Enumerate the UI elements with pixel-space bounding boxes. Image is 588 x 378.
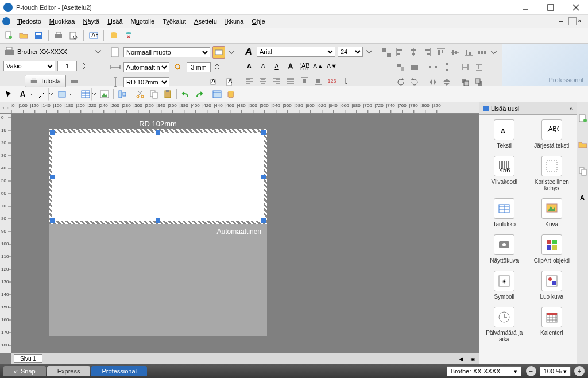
page-tab-1[interactable]: Sivu 1	[14, 354, 42, 363]
menu-lisaa[interactable]: Lisää	[104, 17, 126, 26]
send-back[interactable]	[473, 76, 485, 88]
side-collapse-icon[interactable]: »	[570, 105, 573, 112]
font-size-select[interactable]: 24	[338, 47, 363, 57]
copies-input[interactable]	[57, 61, 77, 71]
handle-top-right[interactable]	[261, 130, 266, 135]
mode-professional-tab[interactable]: Professional	[91, 366, 147, 376]
handle-bottom-right[interactable]	[261, 218, 266, 223]
font-grow-button[interactable]: A▲	[312, 60, 324, 72]
bring-front[interactable]	[459, 76, 471, 88]
feed-button-2[interactable]: A	[223, 76, 235, 88]
open-button[interactable]	[17, 29, 30, 42]
insert-calendar[interactable]: Kalenteri	[529, 307, 575, 342]
bold-button[interactable]: A	[243, 60, 256, 72]
handle-left[interactable]	[50, 175, 55, 179]
menu-tiedosto[interactable]: Tiedosto	[14, 17, 45, 26]
table-tool[interactable]	[79, 88, 91, 101]
rotate-right[interactable]	[408, 76, 421, 88]
flip-v[interactable]	[440, 76, 453, 88]
paste-button[interactable]	[161, 88, 174, 101]
mode-express-tab[interactable]: Express	[47, 366, 91, 376]
dist-v[interactable]	[440, 61, 453, 74]
numbering-button[interactable]: 123	[326, 75, 338, 87]
print-button[interactable]	[52, 29, 65, 42]
line-tool-menu[interactable]	[48, 88, 54, 101]
align-center-button[interactable]	[257, 75, 269, 87]
side-tab-add[interactable]	[578, 114, 587, 123]
length-select[interactable]: Automaattin	[123, 62, 169, 72]
insert-frame[interactable]: Koristeellinen kehys	[529, 156, 575, 191]
side-tab-open[interactable]	[578, 140, 587, 149]
preview-button[interactable]	[67, 29, 80, 42]
line-tool[interactable]	[36, 88, 48, 101]
print-options-button[interactable]	[68, 75, 81, 87]
direction-button[interactable]	[339, 75, 352, 87]
obj-align-left[interactable]	[393, 46, 406, 59]
align-justify-button[interactable]	[284, 75, 297, 87]
group-2[interactable]	[408, 61, 421, 74]
page-expand-icon[interactable]	[227, 48, 235, 56]
new-button[interactable]	[2, 29, 15, 42]
menu-ohje[interactable]: Ohje	[248, 17, 268, 26]
italic-button[interactable]: A	[257, 60, 269, 72]
handle-right[interactable]	[261, 175, 266, 179]
zoom-out-button[interactable]: −	[526, 366, 536, 376]
insert-datetime[interactable]: Päivämäärä ja aika	[482, 307, 527, 342]
margin-spinner[interactable]	[213, 61, 221, 74]
underline-button[interactable]: A	[270, 60, 283, 72]
image-tool[interactable]	[98, 88, 111, 101]
maximize-button[interactable]	[542, 2, 559, 13]
outline-button[interactable]: A	[284, 60, 297, 72]
page-mode-select[interactable]: Normaali muoto	[123, 47, 210, 57]
insert-table[interactable]: Taulukko	[482, 198, 527, 227]
menu-muotoile[interactable]: Muotoile	[127, 17, 158, 26]
mode-snap-tab[interactable]: ↙Snap	[3, 366, 46, 376]
footer-printer-select[interactable]: Brother XX-XXXX ▾	[447, 366, 521, 376]
pointer-tool[interactable]	[2, 88, 15, 101]
insert-image[interactable]: Kuva	[529, 198, 575, 227]
obj-align-top[interactable]	[435, 46, 447, 59]
label-object[interactable]: RD 102mm Automaattinen	[49, 119, 267, 336]
frame-text-button[interactable]: ABCD	[298, 60, 311, 72]
cut-button[interactable]	[134, 88, 146, 101]
printer-expand-icon[interactable]	[94, 48, 102, 56]
preset-select[interactable]: Vakio	[3, 61, 55, 71]
print-button-panel[interactable]: Tulosta	[25, 75, 66, 87]
layout-view-button[interactable]	[211, 88, 223, 101]
font-shrink-button[interactable]: A▼	[326, 60, 338, 72]
transfer-button[interactable]	[122, 29, 135, 42]
menu-muokkaa[interactable]: Muokkaa	[46, 17, 79, 26]
valign-top-button[interactable]	[298, 75, 311, 87]
orientation-landscape-button[interactable]	[212, 46, 225, 59]
font-expand-icon[interactable]	[365, 48, 373, 56]
insert-arrange-text[interactable]: ABCJärjestä teksti	[529, 119, 575, 149]
width-select[interactable]: RD 102mm	[123, 77, 169, 87]
distribute-button[interactable]	[476, 46, 489, 59]
menu-nayta[interactable]: Näytä	[79, 17, 103, 26]
handle-top-left[interactable]	[50, 130, 55, 135]
obj-align-center-h[interactable]	[407, 46, 420, 59]
side-tab-history[interactable]	[578, 167, 587, 176]
obj-align-right[interactable]	[421, 46, 434, 59]
copy-button[interactable]	[148, 88, 160, 101]
handle-top[interactable]	[156, 130, 160, 135]
text-tool[interactable]: A	[16, 88, 29, 101]
insert-clipart[interactable]: ClipArt-objekti	[529, 234, 575, 264]
handle-bottom[interactable]	[156, 218, 160, 223]
copies-spinner[interactable]	[79, 60, 87, 72]
valign-bottom-button[interactable]	[312, 75, 324, 87]
canvas[interactable]: RD 102mm Automaattinen	[11, 114, 479, 353]
font-family-select[interactable]: Arial	[257, 47, 335, 57]
shape-tool-menu[interactable]	[68, 88, 74, 101]
insert-symbol[interactable]: ☀Symboli	[482, 271, 527, 300]
zoom-value[interactable]: 100 % ▾	[540, 367, 571, 376]
minimize-button[interactable]	[517, 2, 534, 13]
insert-barcode[interactable]: 4567890Viivakoodi	[482, 156, 527, 191]
menu-asettelu[interactable]: Asettelu	[191, 17, 220, 26]
mdi-minimize-icon[interactable]: –	[559, 17, 567, 25]
insert-screenshot[interactable]: Näyttökuva	[482, 234, 527, 264]
database-button[interactable]	[107, 29, 120, 42]
feed-button-1[interactable]: A	[208, 76, 220, 88]
obj-align-bottom[interactable]	[462, 46, 475, 59]
zoom-in-button[interactable]: +	[574, 366, 585, 376]
